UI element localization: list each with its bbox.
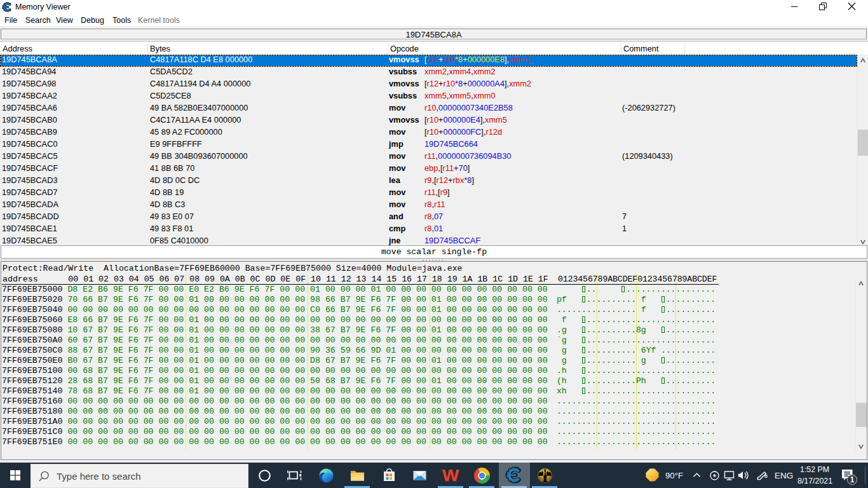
svg-text:1: 1 xyxy=(850,475,855,484)
